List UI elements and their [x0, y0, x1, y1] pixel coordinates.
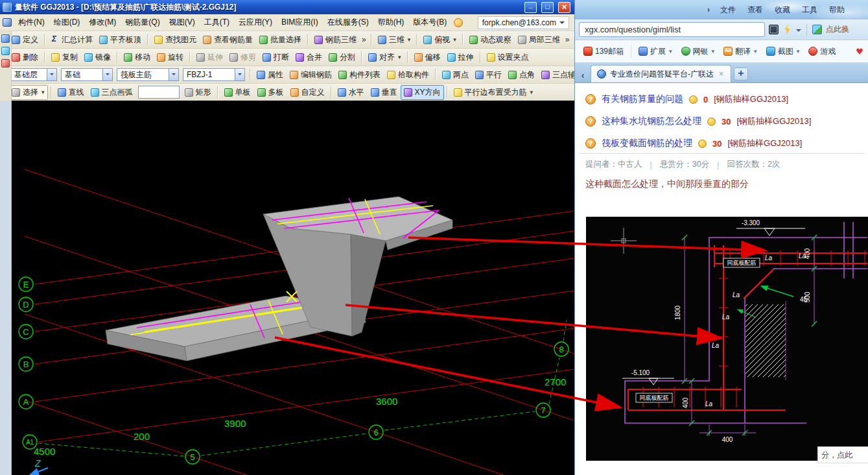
- btn-three-point-aux-axis[interactable]: 三点辅轴: [538, 67, 574, 82]
- question-drawing-image[interactable]: -3.300 -5.100 400 500 1800 400 400 45 La…: [586, 217, 868, 461]
- b-menu-help[interactable]: 帮助: [824, 3, 850, 17]
- btn-break[interactable]: 打断: [259, 50, 292, 65]
- partial-text-overlay[interactable]: 分，点此: [817, 446, 868, 463]
- question-link[interactable]: 筏板变截面钢筋的处理: [602, 138, 692, 149]
- btn-two-point[interactable]: 两点: [439, 67, 472, 82]
- question-link[interactable]: 有关钢筋算量的问题: [602, 93, 683, 105]
- change-skin-link[interactable]: 点此换: [826, 24, 849, 35]
- chevron-down-icon[interactable]: [102, 69, 112, 80]
- btn-properties[interactable]: 属性: [253, 67, 287, 82]
- btn-define[interactable]: 定义: [8, 32, 41, 47]
- btn-summary-calc[interactable]: 汇总计算: [48, 32, 96, 47]
- btn-split[interactable]: 分割: [325, 50, 358, 65]
- btn-rotate[interactable]: 旋转: [154, 50, 187, 65]
- b-menu-view[interactable]: 查看: [742, 3, 768, 17]
- menu-online-service[interactable]: 在线服务(S): [323, 15, 373, 30]
- menu-view[interactable]: 视图(V): [165, 15, 200, 30]
- tool-netbank[interactable]: 网银: [678, 44, 718, 59]
- btn-align-slab-top[interactable]: 平齐板顶: [96, 32, 145, 47]
- tab-close-icon[interactable]: [718, 69, 725, 79]
- menu-version[interactable]: 版本号(B): [408, 15, 451, 30]
- btn-element-list[interactable]: 构件列表: [335, 67, 384, 82]
- element-name-select[interactable]: FBZJ-1: [183, 68, 245, 81]
- btn-align[interactable]: 对齐: [365, 50, 405, 65]
- tab-scroll-left-icon[interactable]: [578, 68, 588, 82]
- chevron-down-icon[interactable]: [796, 29, 801, 34]
- menu-cloud[interactable]: 云应用(Y): [234, 15, 277, 30]
- radius-input[interactable]: [138, 86, 180, 99]
- btn-join[interactable]: 合并: [292, 50, 325, 65]
- btn-delete[interactable]: 删除: [8, 50, 41, 65]
- skin-icon[interactable]: [812, 25, 822, 34]
- menu-help[interactable]: 帮助(H): [373, 15, 409, 30]
- toolbar-overflow-chevron[interactable]: [360, 34, 368, 45]
- btn-offset[interactable]: 偏移: [411, 50, 444, 65]
- question-link[interactable]: 这种集水坑钢筋怎么处理: [602, 116, 701, 127]
- lightning-icon[interactable]: [782, 25, 792, 34]
- maximize-button[interactable]: [541, 2, 554, 13]
- tool-screenshot[interactable]: 截图: [763, 44, 803, 59]
- btn-parallel-edge-rebar[interactable]: 平行边布置受力筋: [451, 85, 537, 100]
- b-menu-file[interactable]: 文件: [715, 3, 741, 17]
- chevron-down-icon[interactable]: [169, 69, 178, 80]
- btn-view-rebar-amount[interactable]: 查看钢筋量: [200, 32, 256, 47]
- menu-draw[interactable]: 绘图(D): [49, 15, 85, 30]
- btn-view-top[interactable]: 俯视: [420, 32, 460, 47]
- btn-trim[interactable]: 修剪: [226, 50, 259, 65]
- menu-bim[interactable]: BIM应用(I): [277, 15, 323, 30]
- btn-move[interactable]: 移动: [121, 50, 154, 65]
- heart-icon[interactable]: [856, 48, 863, 55]
- btn-horizontal[interactable]: 水平: [334, 85, 368, 100]
- qrcode-icon[interactable]: [769, 25, 779, 34]
- chevron-down-icon[interactable]: [235, 69, 244, 80]
- mdi-child-icon[interactable]: [3, 18, 12, 27]
- menu-rebar-amount[interactable]: 钢筋量(Q): [121, 15, 164, 30]
- btn-custom[interactable]: 自定义: [287, 85, 328, 100]
- btn-batch-select[interactable]: 批量选择: [256, 32, 305, 47]
- tool-mail-139[interactable]: 139邮箱: [580, 44, 627, 59]
- btn-single-slab[interactable]: 单板: [221, 85, 254, 100]
- address-input[interactable]: xgx.com/question/giml/list: [579, 22, 765, 37]
- btn-orbit[interactable]: 动态观察: [466, 32, 515, 47]
- chevron-down-icon[interactable]: [47, 69, 56, 80]
- rebar-type-select[interactable]: 筏板主筋: [117, 68, 179, 81]
- menu-tools[interactable]: 工具(T): [200, 15, 234, 30]
- btn-point-angle[interactable]: 点角: [505, 67, 538, 82]
- toolbar-overflow-chevron[interactable]: [563, 34, 572, 45]
- tool-games[interactable]: 游戏: [805, 44, 839, 59]
- btn-mirror[interactable]: 镜像: [81, 50, 114, 65]
- btn-pick-element[interactable]: 拾取构件: [384, 67, 432, 82]
- left-panel-edge[interactable]: [0, 101, 12, 475]
- tool-extensions[interactable]: 扩展: [635, 44, 675, 59]
- dock-tool-icon[interactable]: [1, 47, 10, 55]
- btn-extend[interactable]: 延伸: [193, 50, 226, 65]
- menu-component[interactable]: 构件(N): [14, 15, 49, 30]
- btn-edit-rebar[interactable]: 编辑钢筋: [287, 67, 335, 82]
- dock-panel-icon[interactable]: [1, 34, 10, 43]
- element-type-select[interactable]: 基础: [61, 68, 113, 81]
- btn-set-grips[interactable]: 设置夹点: [484, 50, 532, 65]
- menu-expand-icon[interactable]: [707, 5, 710, 14]
- cad-titlebar[interactable]: 量软件 GGJ2013 - [D:\预结算及抽筋\广联达抽筋\测试-2.GGJ1…: [0, 0, 574, 14]
- btn-stretch[interactable]: 拉伸: [444, 50, 477, 65]
- btn-parallel[interactable]: 平行: [472, 67, 505, 82]
- btn-arc-3pt[interactable]: 三点画弧: [88, 85, 136, 100]
- btn-copy[interactable]: 复制: [48, 50, 81, 65]
- btn-view-3d[interactable]: 三维: [375, 32, 414, 47]
- minimize-button[interactable]: [524, 2, 537, 13]
- b-menu-tools[interactable]: 工具: [797, 3, 823, 17]
- btn-vertical[interactable]: 垂直: [368, 85, 401, 100]
- viewport-3d[interactable]: E D C B A A1 5 6 7 8 4500 200 3900 3600 …: [12, 101, 574, 475]
- floor-select[interactable]: 基础层: [10, 68, 57, 81]
- b-menu-favorites[interactable]: 收藏: [769, 3, 795, 17]
- btn-multi-slab[interactable]: 多板: [254, 85, 287, 100]
- active-tab[interactable]: 专业造价问题答疑平台-广联达: [591, 65, 731, 82]
- close-button[interactable]: [558, 2, 570, 13]
- btn-find-element[interactable]: 查找图元: [151, 32, 200, 47]
- btn-xy-direction[interactable]: XY方向: [401, 85, 444, 100]
- account-dropdown[interactable]: forpk.chen@163.com: [478, 16, 569, 29]
- tool-translate[interactable]: 翻译: [720, 44, 760, 59]
- btn-rebar-3d[interactable]: 钢筋三维: [311, 32, 360, 47]
- btn-partial-3d[interactable]: 局部三维: [515, 32, 563, 47]
- btn-rect[interactable]: 矩形: [182, 85, 215, 100]
